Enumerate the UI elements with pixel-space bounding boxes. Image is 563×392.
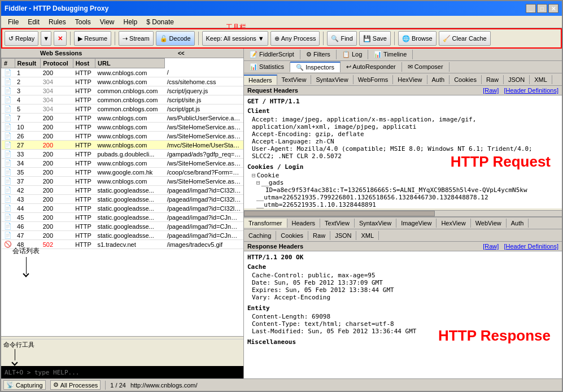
req-tab-syntaxview[interactable]: SyntaxView bbox=[311, 75, 353, 84]
any-process-label: Any Process bbox=[281, 35, 316, 42]
response-raw-link[interactable]: [Raw] bbox=[483, 243, 499, 250]
table-row[interactable]: 📄47200HTTPstatic.googleadsse.../pagead/i… bbox=[2, 231, 244, 240]
table-row[interactable]: 📄33200HTTPpubads.g.doublecli.../gampad/a… bbox=[2, 150, 244, 159]
req-tab-xml[interactable]: XML bbox=[530, 75, 552, 84]
menu-help[interactable]: Help bbox=[119, 17, 142, 27]
resp-tab-raw[interactable]: Raw bbox=[308, 231, 330, 240]
row-url: / bbox=[165, 68, 243, 77]
tab-fiddler-script[interactable]: 📝 FiddlerScript bbox=[244, 50, 300, 59]
menu-donate[interactable]: $ Donate bbox=[142, 17, 178, 27]
collapse-sessions-button[interactable]: << bbox=[120, 50, 243, 56]
table-row[interactable]: 📄4304HTTPcommon.cnblogs.com/script/site.… bbox=[2, 95, 244, 104]
table-row[interactable]: 📄45200HTTPstatic.googleadsse.../pagead/i… bbox=[2, 213, 244, 222]
tab-filters[interactable]: ⚙ Filters bbox=[300, 50, 337, 59]
resp-tab-json[interactable]: JSON bbox=[330, 231, 356, 240]
status-divider bbox=[105, 381, 106, 390]
resp-tab-transformer[interactable]: Transformer bbox=[244, 219, 287, 228]
resp-tab-xml[interactable]: XML bbox=[356, 231, 379, 240]
close-button[interactable]: ✕ bbox=[548, 4, 558, 13]
table-row[interactable]: 📄44200HTTPstatic.googleadsse.../pagead/i… bbox=[2, 204, 244, 213]
maximize-button[interactable]: □ bbox=[537, 4, 547, 13]
menu-tools[interactable]: Tools bbox=[71, 17, 95, 27]
h-scrollbar[interactable] bbox=[244, 210, 562, 217]
capture-icon: 📡 bbox=[6, 381, 14, 389]
table-row[interactable]: 🚫48502HTTPs1.tradecv.net/images/tradecv5… bbox=[2, 240, 244, 249]
command-input[interactable] bbox=[5, 369, 240, 376]
resp-tab-cookies[interactable]: Cookies bbox=[276, 231, 308, 240]
table-row[interactable]: 📄27200HTTPwww.cnblogs.com/mvc/SiteHome/U… bbox=[2, 141, 244, 150]
table-row[interactable]: 📄42200HTTPstatic.googleadsse.../pagead/i… bbox=[2, 186, 244, 195]
table-row[interactable]: 📄3304HTTPcommon.cnblogs.com/script/jquer… bbox=[2, 86, 244, 95]
req-tab-cookies[interactable]: Cookies bbox=[449, 75, 482, 84]
keep-sessions-button[interactable]: Keep: All sessions ▼ bbox=[202, 31, 268, 46]
resume-button[interactable]: ▶ Resume bbox=[74, 31, 111, 46]
row-host: common.cnblogs.com bbox=[95, 86, 165, 95]
any-process-button[interactable]: ⊕ Any Process bbox=[270, 31, 320, 46]
req-tab-webforms[interactable]: WebForms bbox=[353, 75, 394, 84]
table-row[interactable]: 📄1200HTTPwww.cnblogs.com/ bbox=[2, 68, 244, 77]
replay-button[interactable]: ↺ Replay bbox=[5, 31, 38, 46]
table-row[interactable]: 📄2304HTTPwww.cnblogs.com/css/sitehome.cs… bbox=[2, 77, 244, 86]
decode-button[interactable]: 🔓 Decode bbox=[156, 31, 195, 46]
row-url: /pagead/imgad?id=CJnQhcq bbox=[165, 222, 243, 231]
req-tab-auth[interactable]: Auth bbox=[427, 75, 450, 84]
table-row[interactable]: 📄43200HTTPstatic.googleadsse.../pagead/i… bbox=[2, 195, 244, 204]
row-icon: 📄 bbox=[2, 159, 15, 168]
req-tab-headers[interactable]: Headers bbox=[244, 75, 277, 85]
resp-tab-headers[interactable]: Headers bbox=[287, 219, 321, 228]
req-tab-raw[interactable]: Raw bbox=[482, 75, 504, 84]
req-tab-json[interactable]: JSON bbox=[504, 75, 530, 84]
table-row[interactable]: 📄5304HTTPcommon.cnblogs.com/script/gpt.j… bbox=[2, 104, 244, 114]
menu-rules[interactable]: Rules bbox=[44, 17, 71, 27]
stop-button[interactable]: ✕ bbox=[54, 31, 67, 46]
tab-composer[interactable]: ✉ Composer bbox=[402, 62, 449, 72]
resp-tab-syntaxview[interactable]: SyntaxView bbox=[355, 219, 396, 228]
tab-statistics[interactable]: 📊 Statistics bbox=[244, 62, 290, 72]
processes-status[interactable]: ⚙ All Processes bbox=[50, 380, 101, 390]
resp-tab-caching[interactable]: Caching bbox=[244, 231, 276, 240]
table-row[interactable]: 📄35200HTTPwww.google.com.hk/coop/cse/bra… bbox=[2, 168, 244, 177]
request-raw-link[interactable]: [Raw] bbox=[483, 87, 499, 94]
resp-tab-auth[interactable]: Auth bbox=[507, 219, 529, 228]
table-row[interactable]: 📄34200HTTPwww.cnblogs.com/ws/SiteHomeSer… bbox=[2, 159, 244, 168]
resp-tab-textview[interactable]: TextView bbox=[320, 219, 355, 228]
tab-inspectors[interactable]: 🔍 Inspectors bbox=[290, 62, 341, 72]
table-row[interactable]: 📄37200HTTPwww.cnblogs.com/ws/SiteHomeSer… bbox=[2, 177, 244, 186]
stream-button[interactable]: ⇢ Stream bbox=[119, 31, 153, 46]
replay-dropdown[interactable]: ▼ bbox=[41, 31, 51, 46]
capturing-status[interactable]: 📡 Capturing bbox=[3, 380, 46, 390]
table-row[interactable]: 📄26200HTTPwww.cnblogs.com/ws/SiteHomeSer… bbox=[2, 132, 244, 141]
tab-log[interactable]: 📋 Log bbox=[337, 50, 368, 59]
gads-cookie: ⊟__gads bbox=[256, 179, 558, 186]
tab-auto-responder[interactable]: ↩ AutoResponder bbox=[341, 62, 402, 72]
menu-view[interactable]: View bbox=[95, 17, 119, 27]
clear-cache-button[interactable]: 🧹 Clear Cache bbox=[439, 31, 491, 46]
resp-tab-webview[interactable]: WebView bbox=[471, 219, 507, 228]
request-content[interactable]: GET / HTTP/1.1 Client Accept: image/jpeg… bbox=[244, 95, 562, 208]
tab-timeline[interactable]: 📊 Timeline bbox=[368, 50, 413, 59]
response-header-defs-link[interactable]: [Header Definitions] bbox=[504, 243, 558, 250]
table-row[interactable]: 📄7200HTTPwww.cnblogs.com/ws/PublicUserSe… bbox=[2, 114, 244, 123]
find-button[interactable]: 🔍 Find bbox=[327, 31, 356, 46]
cache-group-title: Cache bbox=[247, 263, 558, 271]
browse-button[interactable]: 🌐 Browse bbox=[398, 31, 437, 46]
response-bottom-tabs: Caching Cookies Raw JSON XML bbox=[244, 229, 562, 242]
table-row[interactable]: 📄10200HTTPwww.cnblogs.com/ws/SiteHomeSer… bbox=[2, 123, 244, 132]
save-button[interactable]: 💾 Save bbox=[359, 31, 391, 46]
menu-edit[interactable]: Edit bbox=[23, 17, 44, 27]
req-tab-hexview[interactable]: HexView bbox=[393, 75, 427, 84]
row-num: 43 bbox=[15, 195, 41, 204]
minimize-button[interactable]: _ bbox=[526, 4, 536, 13]
row-protocol: HTTP bbox=[73, 213, 95, 222]
req-tab-textview[interactable]: TextView bbox=[277, 75, 312, 84]
response-content[interactable]: HTTP/1.1 200 OK Cache Cache-Control: pub… bbox=[244, 251, 562, 378]
row-num: 3 bbox=[15, 86, 41, 95]
sessions-table[interactable]: # Result Protocol Host URL 📄1200HTTPwww.… bbox=[1, 58, 243, 336]
request-header-defs-link[interactable]: [Header Definitions] bbox=[504, 87, 558, 94]
resp-tab-hexview[interactable]: HexView bbox=[437, 219, 470, 228]
table-row[interactable]: 📄46200HTTPstatic.googleadsse.../pagead/i… bbox=[2, 222, 244, 231]
row-url: /css/sitehome.css bbox=[165, 77, 243, 86]
menu-file[interactable]: File bbox=[3, 17, 23, 27]
resp-tab-imageview[interactable]: ImageView bbox=[396, 219, 437, 228]
entity-group-title: Entity bbox=[247, 304, 558, 312]
